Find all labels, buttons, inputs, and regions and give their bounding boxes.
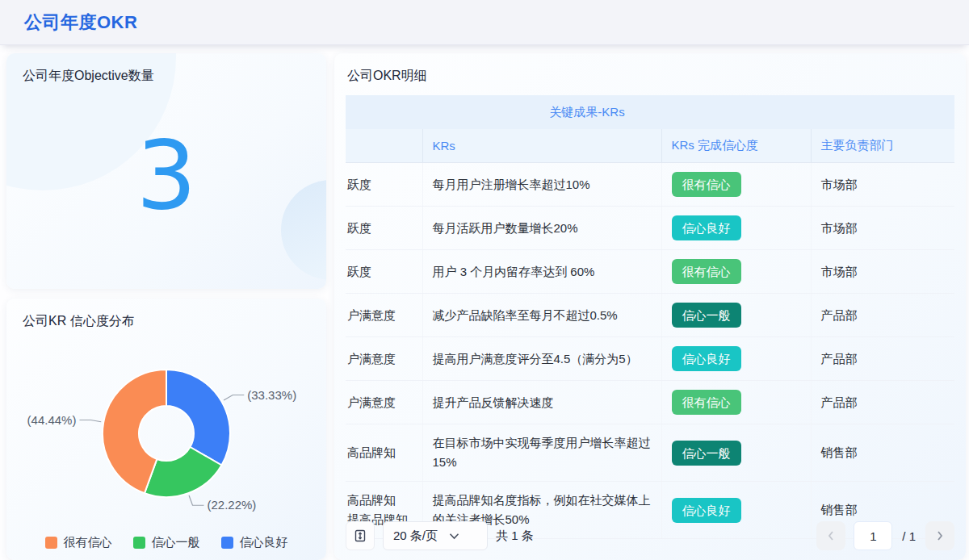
confidence-badge: 很有信心 <box>672 390 741 415</box>
table-scroll-area[interactable]: 关键成果-KRs KRs KRs 完成信心度 主要负责部门 跃度 每月用户注册增… <box>346 95 954 539</box>
table-row: 跃度 每月用户注册增长率超过10% 很有信心 市场部 <box>346 163 954 207</box>
table-row: 户满意度 提高用户满意度评分至4.5（满分为5） 信心良好 产品部 <box>346 337 954 381</box>
pie-percent-label: (33.33%) <box>247 388 296 402</box>
legend-item[interactable]: 信心良好 <box>221 535 288 550</box>
pie-percent-label: (44.44%) <box>27 413 77 427</box>
department-cell: 产品部 <box>811 381 954 424</box>
department-cell: 产品部 <box>811 294 954 337</box>
legend-label: 很有信心 <box>64 535 112 550</box>
next-page-button[interactable] <box>925 521 954 550</box>
kr-confidence-donut-chart: (33.33%)(22.22%)(44.44%) <box>6 299 326 560</box>
objective-card-title: 公司年度Objective数量 <box>23 68 154 85</box>
group-header-row: 关键成果-KRs <box>346 95 954 129</box>
okr-detail-card: 公司OKR明细 关键成果-KRs KRs KRs 完成信心度 主要负责部门 跃度… <box>334 53 966 560</box>
kr-confidence-card: 公司KR 信心度分布 (33.33%)(22.22%)(44.44%) 很有信心… <box>6 299 326 560</box>
objective-cell: 户满意度 <box>346 337 422 381</box>
pie-card-title: 公司KR 信心度分布 <box>23 313 135 330</box>
confidence-badge: 信心良好 <box>672 498 741 523</box>
legend-swatch <box>133 537 145 549</box>
page-size-value: 20 条/页 <box>393 529 438 544</box>
label-leader-line <box>189 495 203 505</box>
confidence-badge: 信心良好 <box>672 346 741 371</box>
objective-cell: 户满意度 <box>346 294 422 337</box>
top-bar: 公司年度OKR <box>0 0 969 45</box>
confidence-badge: 信心一般 <box>672 303 741 328</box>
confidence-badge: 很有信心 <box>672 172 741 197</box>
objective-cell: 跃度 <box>346 250 422 294</box>
objective-cell: 跃度 <box>346 207 422 250</box>
confidence-badge: 信心良好 <box>672 215 741 240</box>
objective-cell: 高品牌知 <box>346 424 422 482</box>
kr-cell: 每月用户注册增长率超过10% <box>422 163 661 207</box>
confidence-badge: 很有信心 <box>672 259 741 284</box>
page-title: 公司年度OKR <box>0 0 969 35</box>
objective-cell: 跃度 <box>346 163 422 207</box>
objective-count-value: 3 <box>6 53 326 289</box>
row-height-icon <box>354 529 367 542</box>
column-header-confidence: KRs 完成信心度 <box>661 129 811 163</box>
column-header-row: KRs KRs 完成信心度 主要负责部门 <box>346 129 954 163</box>
kr-cell: 在目标市场中实现每季度用户增长率超过15% <box>422 424 661 482</box>
legend-swatch <box>45 537 57 549</box>
kr-cell: 提升产品反馈解决速度 <box>422 381 661 424</box>
department-cell: 销售部 <box>811 424 954 482</box>
current-page-input[interactable]: 1 <box>854 521 892 550</box>
confidence-cell: 信心一般 <box>661 294 811 337</box>
table-row: 高品牌知 在目标市场中实现每季度用户增长率超过15% 信心一般 销售部 <box>346 424 954 482</box>
table-row: 跃度 用户 3 个月内留存率达到 60% 很有信心 市场部 <box>346 250 954 294</box>
confidence-cell: 信心良好 <box>661 207 811 250</box>
department-cell: 市场部 <box>811 163 954 207</box>
legend-item[interactable]: 很有信心 <box>45 535 112 550</box>
department-cell: 市场部 <box>811 250 954 294</box>
table-row: 户满意度 提升产品反馈解决速度 很有信心 产品部 <box>346 381 954 424</box>
confidence-cell: 很有信心 <box>661 163 811 207</box>
table-row: 跃度 每月活跃用户数量增长20% 信心良好 市场部 <box>346 207 954 250</box>
objective-cell: 户满意度 <box>346 381 422 424</box>
confidence-cell: 信心良好 <box>661 337 811 381</box>
group-header: 关键成果-KRs <box>346 95 954 129</box>
confidence-badge: 信心一般 <box>672 441 741 466</box>
department-cell: 市场部 <box>811 207 954 250</box>
pagination-bar: 20 条/页 共 1 条 1 / 1 <box>346 520 954 552</box>
column-header-objective <box>346 129 422 163</box>
column-header-krs: KRs <box>422 129 661 163</box>
kr-cell: 提高用户满意度评分至4.5（满分为5） <box>422 337 661 381</box>
page-size-select[interactable]: 20 条/页 <box>383 521 488 550</box>
legend-item[interactable]: 信心一般 <box>133 535 200 550</box>
table-density-button[interactable] <box>346 521 375 550</box>
column-header-department: 主要负责部门 <box>811 129 954 163</box>
chevron-right-icon <box>936 530 944 541</box>
department-cell: 产品部 <box>811 337 954 381</box>
legend-swatch <box>221 537 233 549</box>
kr-cell: 每月活跃用户数量增长20% <box>422 207 661 250</box>
chevron-down-icon <box>449 533 459 540</box>
legend-label: 信心一般 <box>152 535 200 550</box>
prev-page-button[interactable] <box>816 521 845 550</box>
pie-percent-label: (22.22%) <box>207 498 256 512</box>
chart-legend: 很有信心信心一般信心良好 <box>6 535 326 550</box>
okr-table: 关键成果-KRs KRs KRs 完成信心度 主要负责部门 跃度 每月用户注册增… <box>346 95 954 539</box>
confidence-cell: 很有信心 <box>661 381 811 424</box>
objective-count-card: 公司年度Objective数量 3 <box>6 53 326 289</box>
table-card-title: 公司OKR明细 <box>347 68 427 85</box>
label-leader-line <box>79 420 101 422</box>
confidence-cell: 很有信心 <box>661 250 811 294</box>
total-pages-label: / 1 <box>902 529 916 543</box>
chevron-left-icon <box>827 530 835 541</box>
legend-label: 信心良好 <box>240 535 288 550</box>
confidence-cell: 信心一般 <box>661 424 811 482</box>
label-leader-line <box>224 395 244 401</box>
total-count-label: 共 1 条 <box>496 529 534 544</box>
table-row: 户满意度 减少产品缺陷率至每月不超过0.5% 信心一般 产品部 <box>346 294 954 337</box>
kr-cell: 用户 3 个月内留存率达到 60% <box>422 250 661 294</box>
kr-cell: 减少产品缺陷率至每月不超过0.5% <box>422 294 661 337</box>
